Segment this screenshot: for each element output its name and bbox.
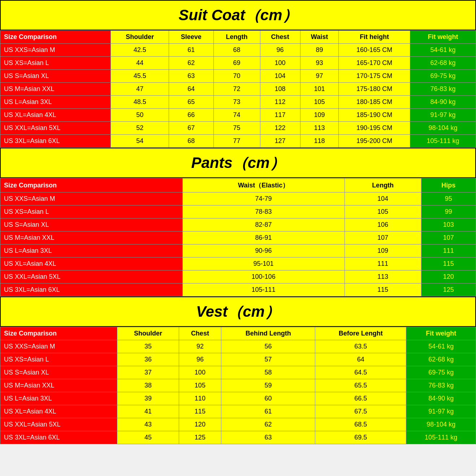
table-cell: 36	[117, 353, 179, 366]
table-cell: 43	[117, 418, 179, 431]
table-cell: US XXL=Asian 5XL	[0, 271, 183, 284]
table-cell: 175-180 CM	[339, 83, 410, 96]
table-cell: 107	[345, 231, 421, 245]
table-cell: 91-97 kg	[410, 109, 476, 122]
pants-header-1: Waist（Elastic）	[182, 178, 345, 192]
table-cell: 86-91	[182, 231, 345, 245]
table-cell: 115	[345, 284, 421, 297]
table-cell: 38	[117, 379, 179, 392]
table-row: US L=Asian 3XL90-96109111	[0, 245, 476, 258]
table-cell: US M=Asian XXL	[0, 231, 183, 245]
vest-header-0: Size Comparison	[0, 327, 117, 340]
table-row: US L=Asian 3XL391106066.584-90 kg	[0, 392, 476, 405]
table-cell: 68	[213, 44, 260, 57]
table-cell: 68	[169, 135, 214, 148]
table-cell: 185-190 CM	[339, 109, 410, 122]
table-row: US XXS=Asian M35925663.554-61 kg	[0, 340, 476, 353]
table-cell: 78-83	[182, 205, 345, 218]
table-cell: 108	[260, 83, 300, 96]
suit-coat-header-7: Fit weight	[410, 31, 476, 44]
pants-header-3: Hips	[421, 178, 476, 192]
table-cell: 61	[169, 44, 214, 57]
vest-header-4: Before Lenght	[315, 327, 406, 340]
table-row: US XXL=Asian 5XL526775122113190-195 CM98…	[0, 122, 476, 135]
table-cell: 42.5	[111, 44, 169, 57]
suit-coat-header-4: Chest	[260, 31, 300, 44]
suit-coat-header-3: Length	[213, 31, 260, 44]
vest-table: Size Comparison Shoulder Chest Behind Le…	[0, 327, 476, 444]
table-cell: 84-90 kg	[406, 392, 476, 405]
table-cell: US XS=Asian L	[0, 353, 117, 366]
table-cell: 72	[213, 83, 260, 96]
table-cell: 103	[421, 218, 476, 231]
table-cell: 127	[260, 135, 300, 148]
table-cell: US L=Asian 3XL	[0, 245, 183, 258]
table-cell: 104	[260, 70, 300, 83]
table-cell: 95-101	[182, 258, 345, 271]
table-cell: 56	[221, 340, 315, 353]
table-cell: 105-111	[182, 284, 345, 297]
table-cell: 109	[345, 245, 421, 258]
table-cell: 59	[221, 379, 315, 392]
table-cell: 62	[221, 418, 315, 431]
suit-coat-header-1: Shoulder	[111, 31, 169, 44]
table-cell: 96	[260, 44, 300, 57]
table-row: US XXS=Asian M74-7910495	[0, 192, 476, 205]
suit-coat-header-0: Size Comparison	[0, 31, 111, 44]
table-cell: US XXS=Asian M	[0, 44, 111, 57]
table-cell: 74	[213, 109, 260, 122]
table-cell: 66.5	[315, 392, 406, 405]
table-cell: 54	[111, 135, 169, 148]
table-row: US L=Asian 3XL48.56573112105180-185 CM84…	[0, 96, 476, 109]
table-cell: 52	[111, 122, 169, 135]
table-cell: 113	[300, 122, 339, 135]
table-cell: 120	[421, 271, 476, 284]
table-cell: US S=Asian XL	[0, 70, 111, 83]
table-cell: 65.5	[315, 379, 406, 392]
table-row: US S=Asian XL82-87106103	[0, 218, 476, 231]
table-cell: US S=Asian XL	[0, 218, 183, 231]
vest-header-row: Size Comparison Shoulder Chest Behind Le…	[0, 327, 476, 340]
table-cell: 190-195 CM	[339, 122, 410, 135]
table-cell: 109	[300, 109, 339, 122]
table-cell: 68.5	[315, 418, 406, 431]
pants-body: US XXS=Asian M74-7910495US XS=Asian L78-…	[0, 192, 476, 297]
table-cell: 111	[345, 258, 421, 271]
table-cell: 106	[345, 218, 421, 231]
table-cell: 97	[300, 70, 339, 83]
table-cell: 111	[421, 245, 476, 258]
table-cell: 100	[179, 366, 221, 379]
table-row: US XS=Asian L44626910093165-170 CM62-68 …	[0, 57, 476, 70]
pants-header-0: Size Comparison	[0, 178, 183, 192]
table-cell: 64	[315, 353, 406, 366]
table-cell: 90-96	[182, 245, 345, 258]
table-row: US M=Asian XXL86-91107107	[0, 231, 476, 245]
vest-body: US XXS=Asian M35925663.554-61 kgUS XS=As…	[0, 340, 476, 444]
table-cell: 69.5	[315, 431, 406, 444]
table-row: US XL=Asian 4XL95-101111115	[0, 258, 476, 271]
table-cell: 69-75 kg	[410, 70, 476, 83]
table-cell: 70	[213, 70, 260, 83]
table-cell: 98-104 kg	[410, 122, 476, 135]
table-cell: US XXL=Asian 5XL	[0, 122, 111, 135]
table-cell: 54-61 kg	[406, 340, 476, 353]
table-cell: 99	[421, 205, 476, 218]
table-cell: 65	[169, 96, 214, 109]
table-cell: 95	[421, 192, 476, 205]
suit-coat-section: Suit Coat（cm） Size Comparison Shoulder S…	[0, 0, 476, 148]
suit-coat-table: Size Comparison Shoulder Sleeve Length C…	[0, 30, 476, 148]
table-row: US M=Asian XXL476472108101175-180 CM76-8…	[0, 83, 476, 96]
table-cell: US 3XL=Asian 6XL	[0, 135, 111, 148]
table-cell: 100	[260, 57, 300, 70]
table-cell: US XL=Asian 4XL	[0, 405, 117, 418]
table-row: US M=Asian XXL381055965.576-83 kg	[0, 379, 476, 392]
table-cell: 48.5	[111, 96, 169, 109]
table-row: US XXL=Asian 5XL431206268.598-104 kg	[0, 418, 476, 431]
table-cell: 64.5	[315, 366, 406, 379]
table-cell: 62-68 kg	[410, 57, 476, 70]
table-cell: US XXS=Asian M	[0, 192, 183, 205]
table-cell: 170-175 CM	[339, 70, 410, 83]
table-cell: 54-61 kg	[410, 44, 476, 57]
table-cell: US L=Asian 3XL	[0, 96, 111, 109]
table-cell: 44	[111, 57, 169, 70]
